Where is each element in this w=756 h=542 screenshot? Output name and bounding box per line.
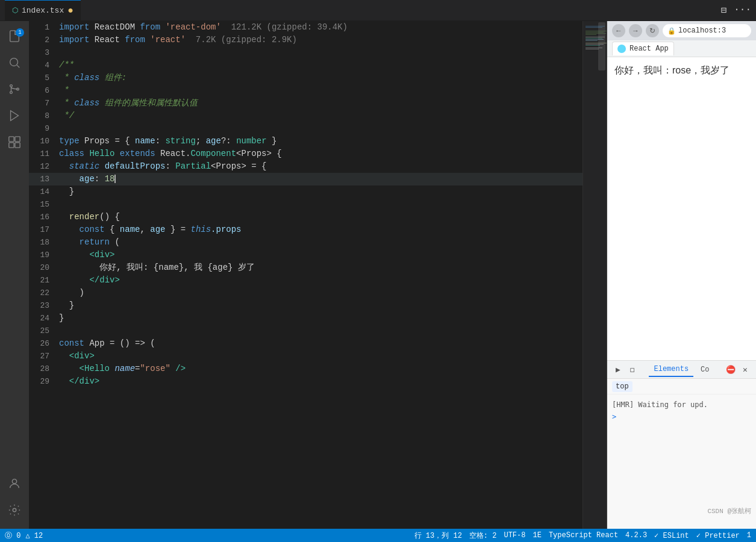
status-ts-version: 4.2.3 [625, 531, 647, 540]
svg-rect-7 [15, 136, 20, 141]
line-number: 17 [29, 223, 59, 236]
svg-rect-20 [586, 39, 604, 40]
code-line-13: 13 age: 18 [29, 173, 583, 185]
browser-devtools: ▶ ◻ Elements Co ⛔ ✕ top [607, 360, 756, 529]
line-number: 16 [29, 211, 59, 223]
line-content: const App = () => ( [59, 337, 155, 350]
line-content: /** [59, 59, 74, 72]
main-layout: 1 [0, 21, 756, 529]
extensions-icon [8, 136, 21, 153]
activity-settings[interactable] [2, 500, 27, 524]
code-line-3: 3 [29, 46, 583, 59]
tab-filename: index.tsx [22, 6, 64, 15]
svg-line-1 [17, 65, 19, 67]
line-number: 14 [29, 185, 59, 198]
line-content: * class 组件的属性和属性默认值 [59, 97, 198, 110]
browser-tab-react[interactable]: React App [612, 42, 674, 55]
status-prettier[interactable]: ✓ Prettier [696, 531, 740, 540]
svg-rect-12 [586, 26, 605, 26]
browser-url-bar[interactable]: 🔒 localhost:3 [663, 24, 751, 37]
status-errors[interactable]: ⓪ 0 [5, 531, 20, 541]
code-editor[interactable]: 1import ReactDOM from 'react-dom' 121.2K… [29, 21, 583, 529]
code-line-27: 27 <div> [29, 350, 583, 363]
devtools-tab-elements[interactable]: Elements [649, 363, 693, 377]
activity-search[interactable] [2, 52, 27, 76]
browser-tab-bar: React App [607, 40, 756, 57]
devtools-top-label: top [612, 381, 633, 392]
code-line-4: 4/** [29, 59, 583, 72]
status-line-endings[interactable]: 1E [533, 531, 541, 540]
line-content: * [59, 84, 69, 97]
status-position[interactable]: 行 13，列 12 [414, 531, 462, 541]
line-content: } [59, 185, 74, 198]
line-number: 28 [29, 363, 59, 375]
browser-toolbar: ← → ↻ 🔒 localhost:3 [607, 21, 756, 40]
more-actions-icon[interactable]: ··· [734, 4, 751, 16]
activity-bar-bottom [2, 473, 27, 529]
devtools-console-prompt[interactable]: > [612, 413, 751, 421]
activity-extensions[interactable] [2, 132, 27, 156]
status-language[interactable]: TypeScript React [549, 531, 618, 540]
activity-git[interactable] [2, 79, 27, 103]
svg-rect-25 [586, 48, 602, 48]
line-content: const { name, age } = this.props [59, 223, 242, 236]
browser-forward-button[interactable]: → [629, 24, 642, 37]
line-content: type Props = { name: string; age?: numbe… [59, 135, 276, 148]
code-line-23: 23 } [29, 299, 583, 312]
line-number: 26 [29, 337, 59, 350]
line-number: 11 [29, 148, 59, 160]
line-number: 22 [29, 287, 59, 299]
status-bar-right: 行 13，列 12 空格: 2 UTF-8 1E TypeScript Reac… [414, 531, 751, 541]
line-number: 5 [29, 72, 59, 84]
code-line-7: 7 * class 组件的属性和属性默认值 [29, 97, 583, 110]
devtools-device-icon[interactable]: ◻ [626, 364, 639, 376]
code-line-8: 8 */ [29, 110, 583, 122]
line-content: class Hello extends React.Component<Prop… [59, 148, 282, 160]
line-content: </div> [59, 274, 120, 287]
tab-index-tsx[interactable]: ⬡ index.tsx ● [5, 0, 81, 21]
split-editor-icon[interactable]: ⊟ [721, 4, 727, 16]
code-line-6: 6 * [29, 84, 583, 97]
activity-debug[interactable] [2, 105, 27, 129]
browser-refresh-button[interactable]: ↻ [646, 24, 659, 37]
line-content: <Hello name="rose" /> [59, 363, 186, 375]
browser-back-button[interactable]: ← [612, 24, 625, 37]
activity-account[interactable] [2, 473, 27, 497]
devtools-close-icon[interactable]: ✕ [739, 364, 751, 376]
code-line-20: 20 你好, 我叫: {name}, 我 {age} 岁了 [29, 261, 583, 274]
devtools-tab-console[interactable]: Co [696, 363, 714, 376]
code-line-24: 24} [29, 312, 583, 325]
line-content: */ [59, 110, 74, 122]
line-number: 27 [29, 350, 59, 363]
status-eslint[interactable]: ✓ ESLint [654, 531, 689, 540]
line-content: } [59, 312, 64, 325]
typescript-icon: ⬡ [12, 6, 18, 15]
svg-rect-9 [15, 142, 20, 147]
devtools-inspect-icon[interactable]: ▶ [612, 364, 624, 376]
status-warnings[interactable]: △ 12 [25, 531, 43, 540]
svg-rect-6 [9, 136, 14, 141]
devtools-content: [HMR] Waiting for upd. > [607, 394, 756, 529]
devtools-no-icon[interactable]: ⛔ [725, 364, 737, 376]
react-app-icon [617, 45, 626, 53]
line-number: 8 [29, 110, 59, 122]
code-line-17: 17 const { name, age } = this.props [29, 223, 583, 236]
line-number: 15 [29, 198, 59, 211]
line-number: 23 [29, 299, 59, 312]
line-number: 3 [29, 46, 59, 59]
status-bar-left: ⓪ 0 △ 12 [5, 531, 43, 541]
line-number: 6 [29, 84, 59, 97]
status-spaces[interactable]: 空格: 2 [469, 531, 497, 541]
tab-bar: ⬡ index.tsx ● ⊟ ··· [0, 0, 756, 21]
code-line-18: 18 return ( [29, 236, 583, 249]
code-line-2: 2import React from 'react' 7.2K (gzipped… [29, 34, 583, 46]
activity-explorer[interactable]: 1 [2, 26, 27, 50]
svg-rect-21 [586, 40, 598, 41]
line-content: static defaultProps: Partial<Props> = { [59, 160, 267, 173]
code-line-28: 28 <Hello name="rose" /> [29, 363, 583, 375]
browser-tab-label: React App [629, 45, 669, 53]
debug-icon [8, 109, 21, 126]
line-content: <div> [59, 350, 95, 363]
status-encoding[interactable]: UTF-8 [504, 531, 525, 540]
editor-area: 1import ReactDOM from 'react-dom' 121.2K… [29, 21, 607, 529]
